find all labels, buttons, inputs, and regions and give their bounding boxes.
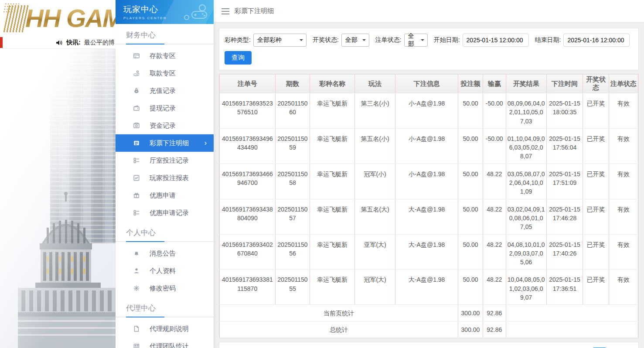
sidebar-item-label: 优惠申请记录 (150, 209, 189, 217)
cell-play: 第五名(大) (355, 199, 395, 234)
sidebar-item[interactable]: 代理团队统计 (116, 338, 214, 348)
sidebar-item-label: 个人资料 (150, 267, 176, 275)
sidebar-item[interactable]: 存款专区 (116, 47, 214, 65)
bet-status-select[interactable]: 全部 (404, 34, 428, 47)
cell-lottery-name: 幸运飞艇新 (310, 234, 355, 270)
column-header: 期数 (275, 75, 310, 93)
bets-table: 注单号期数彩种名称玩法下注信息投注额输赢开奖结果下注时间开奖状态注单状态 401… (219, 74, 638, 338)
hand-money-icon (133, 70, 140, 77)
cell-draw-result: 03,02,04,09,10,08,06,01,07,05 (506, 199, 546, 234)
summary-empty (506, 305, 638, 321)
end-date-input[interactable] (563, 34, 630, 47)
sidebar-item-label: 修改密码 (150, 284, 176, 293)
cell-period: 20250115060 (275, 93, 310, 129)
column-header: 玩法 (355, 75, 395, 93)
table-row: 40156917369340267084020250115056幸运飞艇新亚军(… (220, 234, 638, 270)
cell-draw-result: 04,08,10,01,02,09,03,07,05,06 (506, 234, 546, 270)
ticker-text: 最公平的博 (84, 39, 115, 47)
cell-bet-status: 有效 (609, 164, 638, 199)
cell-lottery-name: 幸运飞艇新 (310, 128, 355, 164)
sidebar-item[interactable]: 优惠申请 (116, 187, 214, 204)
sidebar-item[interactable]: 玩家投注报表 (116, 169, 214, 187)
cell-bet-status: 有效 (609, 234, 638, 270)
ticker-accent-bar (0, 37, 3, 48)
site-logo[interactable]: HH GAME (0, 0, 116, 37)
cell-draw-status: 已开奖 (583, 128, 609, 164)
page-title: 彩票下注明细 (235, 7, 274, 15)
bet-status-label: 注单状态: (375, 36, 402, 44)
report-icon (133, 174, 140, 181)
cell-bet-info: 小-A盘@1.98 (395, 128, 458, 164)
summary-row: 总统计300.0092.86 (220, 321, 638, 338)
table-header-row: 注单号期数彩种名称玩法下注信息投注额输赢开奖结果下注时间开奖状态注单状态 (220, 75, 638, 93)
table-row: 40156917369346694670020250115058幸运飞艇新冠军(… (220, 164, 638, 199)
table-row: 40156917369343880409020250115057幸运飞艇新第五名… (220, 199, 638, 234)
cell-draw-status: 已开奖 (583, 93, 609, 129)
sidebar-nav: 财务中心存款专区取款专区充值记录提现记录资金记录彩票下注明细›厅室投注记录玩家投… (116, 24, 214, 348)
sidebar-item[interactable]: 修改密码 (116, 280, 214, 297)
sidebar-item[interactable]: 资金记录 (116, 117, 214, 134)
sidebar-item[interactable]: 提现记录 (116, 99, 214, 117)
cell-win-loss: 48.22 (483, 234, 506, 270)
cell-bet-info: 小-A盘@1.98 (395, 93, 458, 129)
cell-bet-info: 小-A盘@1.98 (395, 164, 458, 199)
sidebar-item-label: 玩家投注报表 (150, 174, 189, 182)
sidebar-item[interactable]: 充值记录 (116, 82, 214, 99)
column-header: 彩种名称 (310, 75, 355, 93)
column-header: 注单状态 (609, 75, 638, 93)
sidebar-item-label: 资金记录 (150, 122, 176, 130)
section-divider (116, 44, 214, 44)
cell-bet-time: 2025-01-15 17:51:09 (546, 164, 583, 199)
speaker-icon (56, 40, 63, 46)
lottery-type-select[interactable]: 全部彩种 (253, 34, 307, 47)
cell-lottery-name: 幸运飞艇新 (310, 199, 355, 234)
column-header: 投注额 (458, 75, 483, 93)
cell-draw-result: 10,04,08,05,01,02,03,06,09,07 (506, 270, 546, 305)
sidebar-item[interactable]: 彩票下注明细› (116, 134, 214, 152)
summary-label: 当前页统计 (220, 305, 458, 321)
sidebar-title: 玩家中心 (123, 4, 214, 15)
sidebar-item[interactable]: 取款专区 (116, 65, 214, 82)
cell-win-loss: -50.00 (483, 128, 506, 164)
cell-period: 20250115058 (275, 164, 310, 199)
cell-bet-info: 大-A盘@1.98 (395, 234, 458, 270)
cell-order-no: 401569173693496434490 (220, 128, 276, 164)
sidebar-item[interactable]: 个人资料 (116, 262, 214, 280)
cell-play: 冠军(大) (355, 270, 395, 305)
sidebar-item[interactable]: 优惠申请记录 (116, 204, 214, 222)
main-area: 彩票下注明细 彩种类型: 全部彩种 开奖状态: 全部 注单状态: 全部 开始日期… (214, 0, 644, 348)
brand-pane: HH GAME 快讯: 最公平的博 (0, 0, 116, 348)
sidebar-item[interactable]: 代理规则说明 (116, 320, 214, 338)
summary-empty (506, 321, 638, 338)
cell-bet-info: 大-A盘@1.98 (395, 270, 458, 305)
cell-draw-status: 已开奖 (583, 199, 609, 234)
cell-draw-status: 已开奖 (583, 234, 609, 270)
start-date-input[interactable] (463, 34, 529, 47)
cell-play: 亚军(大) (355, 234, 395, 270)
document-icon (133, 325, 140, 332)
cell-period: 20250115059 (275, 128, 310, 164)
end-date-label: 结束日期: (535, 36, 561, 44)
cell-period: 20250115056 (275, 234, 310, 270)
cell-draw-result: 01,10,04,09,06,03,05,02,08,07 (506, 128, 546, 164)
cell-draw-status: 已开奖 (583, 270, 609, 305)
summary-bet-amount: 300.00 (458, 321, 483, 338)
sidebar-item[interactable]: 消息公告 (116, 245, 214, 262)
cell-order-no: 401569173693402670840 (220, 234, 276, 270)
sidebar-item-label: 代理团队统计 (150, 342, 189, 348)
cell-bet-amount: 50.00 (458, 270, 483, 305)
topbar: 彩票下注明细 (214, 0, 644, 23)
chevron-right-icon: › (204, 140, 207, 147)
cell-lottery-name: 幸运飞艇新 (310, 270, 355, 305)
cell-bet-status: 有效 (609, 93, 638, 129)
draw-status-select[interactable]: 全部 (341, 34, 369, 47)
bell-icon (133, 250, 140, 257)
query-button[interactable]: 查询 (225, 51, 252, 65)
cell-draw-result: 08,09,06,04,02,01,10,05,07,03 (506, 93, 546, 129)
sidebar-section-title: 个人中心 (116, 222, 214, 241)
cell-bet-info: 大-A盘@1.98 (395, 199, 458, 234)
cell-order-no: 401569173693438804090 (220, 199, 276, 234)
menu-icon[interactable] (221, 8, 229, 14)
sidebar-item-label: 厅室投注记录 (150, 157, 189, 165)
sidebar-item[interactable]: 厅室投注记录 (116, 152, 214, 169)
